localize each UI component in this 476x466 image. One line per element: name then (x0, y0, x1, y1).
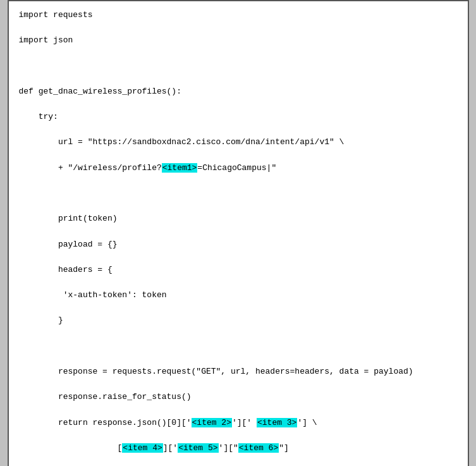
code-line: + "/wireless/profile?<item1>=ChicagoCamp… (19, 162, 458, 175)
code-line: [<item 4>]['<item 5>']["<item 6>"] (19, 442, 458, 455)
code-line: response.raise_for_status() (19, 391, 458, 403)
code-editor: import requests import json def get_dnac… (8, 0, 469, 466)
highlighted-item: <item 3> (257, 418, 297, 427)
code-line: } (19, 314, 458, 327)
code-line (19, 60, 458, 73)
highlighted-item: <item 4> (122, 443, 162, 453)
code-line: import json (19, 34, 458, 47)
highlighted-item: <item 2> (192, 418, 232, 427)
code-line: print(token) (19, 212, 458, 225)
code-line: 'x-auth-token': token (19, 289, 458, 302)
code-line: url = "https://sandboxdnac2.cisco.com/dn… (19, 136, 458, 149)
highlighted-item: <item 6> (238, 443, 279, 453)
code-line: return response.json()[0]['<item 2>'][' … (19, 417, 458, 429)
highlighted-item: <item 5> (178, 443, 218, 453)
code-line: payload = {} (19, 238, 458, 251)
code-content: import requests import json def get_dnac… (19, 9, 458, 466)
code-line (19, 187, 458, 200)
code-line: def get_dnac_wireless_profiles(): (19, 85, 458, 98)
code-line: import requests (19, 9, 458, 21)
code-line: try: (19, 111, 458, 123)
code-line (19, 340, 458, 353)
code-line: response = requests.request("GET", url, … (19, 365, 458, 378)
highlighted-item: <item1> (162, 163, 198, 173)
code-line: headers = { (19, 264, 458, 276)
